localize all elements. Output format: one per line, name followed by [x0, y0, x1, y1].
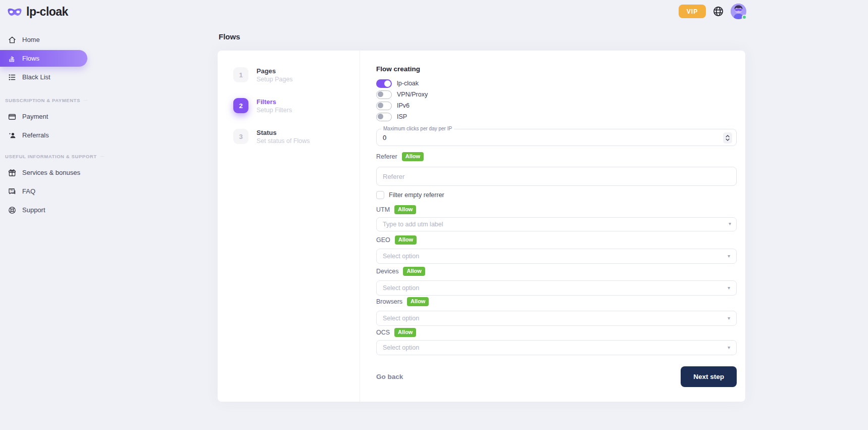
- sidebar-item-label: Payment: [22, 113, 48, 120]
- sidebar-item-flows[interactable]: Flows: [0, 50, 87, 67]
- main-content: Flows 1 Pages Setup Pages 2 Filters Setu…: [218, 32, 745, 402]
- ocs-label-row: OCS Allow: [376, 328, 737, 337]
- sidebar-item-label: Support: [22, 206, 45, 214]
- toggle-knob: [384, 80, 391, 87]
- toggle-knob: [378, 114, 383, 119]
- filter-empty-referrer-row[interactable]: Filter empty referrer: [376, 191, 737, 199]
- step-subtitle: Setup Pages: [257, 75, 293, 83]
- toggle-row-isp[interactable]: ISP: [376, 112, 737, 121]
- step-subtitle: Set status of Flows: [257, 137, 310, 145]
- flow-card: 1 Pages Setup Pages 2 Filters Setup Filt…: [218, 51, 745, 402]
- globe-icon[interactable]: [712, 6, 724, 17]
- max-clicks-input[interactable]: [377, 129, 736, 146]
- referer-input[interactable]: [376, 167, 737, 186]
- referer-allow-badge[interactable]: Allow: [402, 152, 424, 161]
- step-status[interactable]: 3 Status Set status of Flows: [233, 129, 360, 145]
- next-step-button[interactable]: Next step: [681, 366, 737, 387]
- select-placeholder: Select option: [383, 315, 419, 322]
- step-number: 1: [233, 67, 248, 82]
- toggle-row-lp-cloak[interactable]: lp-cloak: [376, 79, 737, 88]
- vpn-proxy-toggle[interactable]: [376, 90, 392, 99]
- select-placeholder: Select option: [383, 284, 419, 292]
- toggle-label: ISP: [397, 113, 407, 120]
- toggle-knob: [378, 91, 383, 97]
- caret-down-icon: ▾: [728, 316, 730, 321]
- utm-allow-badge[interactable]: Allow: [394, 205, 416, 214]
- step-number: 2: [233, 98, 248, 113]
- step-subtitle: Setup Filters: [257, 106, 292, 114]
- number-stepper[interactable]: [723, 132, 732, 144]
- stepper: 1 Pages Setup Pages 2 Filters Setup Filt…: [218, 51, 360, 402]
- toggle-label: lp-cloak: [397, 80, 419, 87]
- browsers-allow-badge[interactable]: Allow: [407, 297, 429, 306]
- devices-select[interactable]: Select option ▾: [376, 280, 737, 296]
- ocs-select[interactable]: Select option ▾: [376, 340, 737, 355]
- flow-creating-form: Flow creating lp-cloak VPN/Proxy IPv6: [360, 51, 745, 402]
- devices-allow-badge[interactable]: Allow: [403, 267, 425, 276]
- step-title: Status: [257, 129, 310, 137]
- sidebar-item-referrals[interactable]: Referrals: [0, 127, 91, 144]
- sidebar-item-faq[interactable]: ?! FAQ: [0, 183, 91, 200]
- utm-input[interactable]: [376, 217, 737, 231]
- geo-select[interactable]: Select option ▾: [376, 249, 737, 264]
- lp-cloak-toggle[interactable]: [376, 79, 392, 88]
- select-placeholder: Select option: [383, 253, 419, 260]
- isp-toggle[interactable]: [376, 113, 392, 121]
- toggle-row-vpn-proxy[interactable]: VPN/Proxy: [376, 90, 737, 99]
- browsers-label-row: Browsers Allow: [376, 297, 737, 306]
- sidebar-item-home[interactable]: Home: [0, 31, 91, 48]
- vip-button[interactable]: VIP: [679, 5, 706, 18]
- max-clicks-field: Maximum clicks per day per IP: [376, 129, 737, 146]
- brand-logo[interactable]: lp-cloak: [7, 5, 68, 19]
- toggle-knob: [378, 103, 383, 108]
- utm-label: UTM: [376, 206, 390, 213]
- flows-stack-icon: [8, 54, 17, 63]
- faq-bubble-icon: ?!: [8, 187, 17, 196]
- geo-label-row: GEO Allow: [376, 235, 737, 245]
- browsers-label: Browsers: [376, 298, 402, 305]
- brand-name: lp-cloak: [26, 5, 68, 19]
- sidebar-item-label: Black List: [22, 73, 50, 81]
- toggle-group: lp-cloak VPN/Proxy IPv6 ISP: [376, 79, 737, 123]
- chevron-down-icon: [726, 138, 730, 141]
- ocs-allow-badge[interactable]: Allow: [394, 328, 416, 337]
- sidebar-item-label: Referrals: [22, 131, 49, 139]
- sidebar-item-black-list[interactable]: Black List: [0, 69, 91, 85]
- browsers-select[interactable]: Select option ▾: [376, 311, 737, 326]
- ipv6-toggle[interactable]: [376, 102, 392, 110]
- utm-field: ▾: [376, 217, 737, 231]
- home-icon: [8, 35, 17, 44]
- online-status-dot: [742, 15, 747, 20]
- geo-label: GEO: [376, 236, 390, 244]
- sidebar-section-subscription: SUBSCRIPTION & PAYMENTS: [5, 98, 84, 103]
- toggle-row-ipv6[interactable]: IPv6: [376, 101, 737, 110]
- referer-label-row: Referer Allow: [376, 152, 737, 161]
- step-title: Pages: [257, 67, 293, 75]
- sidebar-item-support[interactable]: Support: [0, 202, 91, 218]
- lifebuoy-icon: [8, 206, 17, 215]
- sidebar-item-payment[interactable]: Payment: [0, 108, 91, 125]
- filter-empty-referrer-checkbox[interactable]: [376, 191, 384, 199]
- devices-label: Devices: [376, 268, 398, 275]
- sidebar-item-label: Flows: [22, 55, 39, 62]
- caret-down-icon: ▾: [728, 254, 730, 259]
- sidebar-section-useful: USEFUL INFORMATION & SUPPORT: [5, 154, 84, 159]
- referer-field: [376, 167, 737, 186]
- devices-label-row: Devices Allow: [376, 267, 737, 276]
- step-title: Filters: [257, 98, 292, 106]
- sidebar-item-label: FAQ: [22, 187, 35, 195]
- credit-card-icon: [8, 112, 17, 121]
- ocs-label: OCS: [376, 329, 390, 336]
- form-title: Flow creating: [376, 65, 737, 73]
- sidebar-item-label: Services & bonuses: [22, 169, 80, 176]
- geo-allow-badge[interactable]: Allow: [395, 235, 417, 245]
- caret-down-icon: ▾: [729, 221, 731, 226]
- sidebar-item-services-bonuses[interactable]: Services & bonuses: [0, 164, 91, 181]
- step-pages[interactable]: 1 Pages Setup Pages: [233, 67, 360, 83]
- step-filters[interactable]: 2 Filters Setup Filters: [233, 98, 360, 114]
- sidebar-item-label: Home: [22, 36, 40, 43]
- user-avatar[interactable]: [731, 4, 746, 19]
- caret-down-icon: ▾: [728, 345, 730, 350]
- go-back-button[interactable]: Go back: [376, 373, 403, 380]
- utm-label-row: UTM Allow: [376, 205, 737, 214]
